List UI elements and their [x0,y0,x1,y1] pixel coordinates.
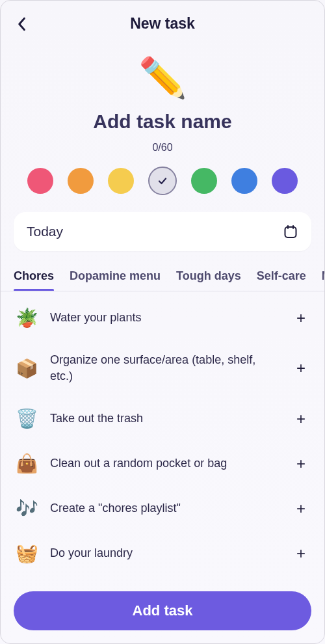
list-item: 👜 Clean out a random pocket or bag + [15,441,310,486]
add-item-button[interactable]: + [292,500,310,518]
add-item-button[interactable]: + [292,544,310,563]
task-name-input[interactable]: Add task name [1,111,324,133]
back-button[interactable] [12,15,31,33]
chevron-left-icon [17,17,26,31]
list-item: 🪴 Water your plants + [15,295,310,340]
list-item: 🎶 Create a "chores playlist" + [15,486,310,531]
item-icon: 🗑️ [15,408,38,429]
color-option-orange[interactable] [68,168,94,194]
item-icon: 👜 [15,453,38,474]
svg-rect-0 [285,227,296,237]
list-item: 🗑️ Take out the trash + [15,396,310,441]
tab-self-care[interactable]: Self-care [257,269,306,291]
color-option-green[interactable] [191,168,217,194]
list-item: 🧺 Do your laundry + [15,531,310,576]
color-option-blue[interactable] [231,168,257,194]
header: New task [1,1,324,39]
char-counter: 0/60 [1,142,324,154]
date-label: Today [27,224,63,239]
item-icon: 🧺 [15,543,38,564]
add-item-button[interactable]: + [292,309,310,327]
tab-tough-days[interactable]: Tough days [176,269,241,291]
check-icon [157,176,168,186]
add-item-button[interactable]: + [292,359,310,377]
item-label: Create a "chores playlist" [50,500,280,517]
task-icon-picker[interactable]: ✏️ [1,59,324,98]
color-option-yellow[interactable] [108,168,134,194]
date-selector[interactable]: Today [14,212,311,251]
color-option-selected[interactable] [148,167,177,195]
calendar-icon [283,224,298,239]
color-option-purple[interactable] [272,168,298,194]
tab-chores[interactable]: Chores [14,269,54,291]
item-label: Do your laundry [50,545,280,561]
add-item-button[interactable]: + [292,410,310,428]
add-task-button[interactable]: Add task [14,591,311,630]
list-item: 📦 Organize one surface/area (table, shel… [15,340,310,396]
item-icon: 🪴 [15,307,38,329]
page-title: New task [130,15,195,33]
item-icon: 📦 [15,358,38,379]
color-picker [1,168,324,195]
item-label: Take out the trash [50,410,280,427]
category-tabs: Chores Dopamine menu Tough days Self-car… [1,251,324,291]
item-label: Water your plants [50,310,280,326]
tab-more[interactable]: M [322,269,324,291]
item-label: Clean out a random pocket or bag [50,455,280,472]
item-label: Organize one surface/area (table, shelf,… [50,352,280,384]
color-option-pink[interactable] [27,168,53,194]
add-item-button[interactable]: + [292,455,310,473]
item-icon: 🎶 [15,498,38,519]
tab-dopamine-menu[interactable]: Dopamine menu [70,269,161,291]
